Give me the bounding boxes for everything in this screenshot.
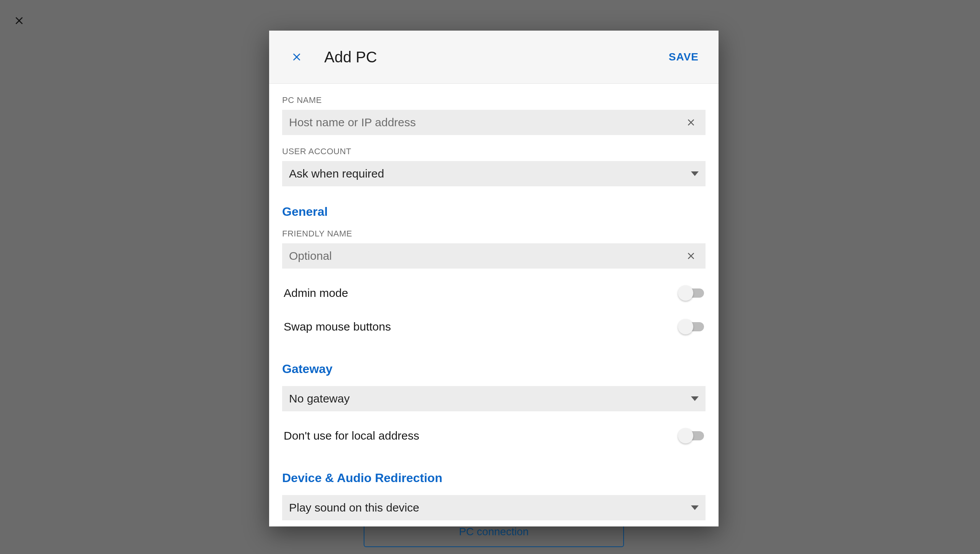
chevron-down-icon xyxy=(691,171,699,176)
dialog-body: PC NAME USER ACCOUNT Ask when required G… xyxy=(269,84,719,526)
bypass-local-label: Don't use for local address xyxy=(284,429,679,442)
user-account-select[interactable]: Ask when required xyxy=(282,161,706,186)
pc-name-label: PC NAME xyxy=(282,95,706,105)
admin-mode-toggle[interactable] xyxy=(679,288,704,298)
gateway-value: No gateway xyxy=(289,392,691,405)
section-title-redirection: Device & Audio Redirection xyxy=(282,471,706,485)
save-button[interactable]: SAVE xyxy=(664,47,703,67)
pc-name-field-wrap xyxy=(282,110,706,135)
swap-mouse-row: Swap mouse buttons xyxy=(282,310,706,344)
close-icon xyxy=(686,117,696,128)
friendly-name-label: FRIENDLY NAME xyxy=(282,229,706,239)
bypass-local-toggle[interactable] xyxy=(679,431,704,440)
toggle-knob xyxy=(678,319,693,334)
chevron-down-icon xyxy=(691,396,699,401)
close-icon xyxy=(291,51,303,63)
close-icon xyxy=(686,251,696,261)
pc-connection-label: PC connection xyxy=(459,526,529,538)
pc-name-clear-button[interactable] xyxy=(683,115,699,130)
toggle-knob xyxy=(678,285,693,301)
admin-mode-row: Admin mode xyxy=(282,276,706,310)
swap-mouse-label: Swap mouse buttons xyxy=(284,320,679,333)
swap-mouse-toggle[interactable] xyxy=(679,322,704,331)
section-title-general: General xyxy=(282,205,706,219)
dialog-title: Add PC xyxy=(324,49,664,66)
pc-name-input[interactable] xyxy=(289,116,683,129)
bypass-local-row: Don't use for local address xyxy=(282,419,706,453)
friendly-name-field-wrap xyxy=(282,243,706,269)
sound-select[interactable]: Play sound on this device xyxy=(282,495,706,520)
friendly-name-clear-button[interactable] xyxy=(683,248,699,264)
toggle-knob xyxy=(678,428,693,443)
user-account-value: Ask when required xyxy=(289,167,691,180)
section-title-gateway: Gateway xyxy=(282,362,706,376)
close-icon xyxy=(13,15,25,27)
chevron-down-icon xyxy=(691,505,699,510)
user-account-label: USER ACCOUNT xyxy=(282,147,706,156)
dialog-header: Add PC SAVE xyxy=(269,31,719,84)
gateway-select[interactable]: No gateway xyxy=(282,386,706,411)
add-pc-dialog: Add PC SAVE PC NAME USER ACCOUNT Ask whe… xyxy=(269,31,719,526)
backdrop-close-button[interactable] xyxy=(11,13,27,28)
dialog-close-button[interactable] xyxy=(286,46,307,68)
admin-mode-label: Admin mode xyxy=(284,287,679,300)
sound-value: Play sound on this device xyxy=(289,501,691,514)
friendly-name-input[interactable] xyxy=(289,249,683,262)
